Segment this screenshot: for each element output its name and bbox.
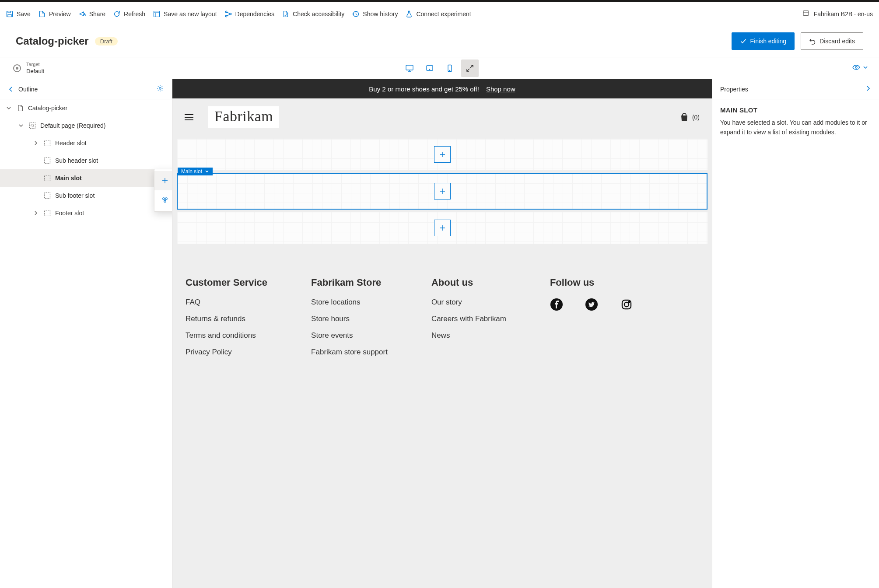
slot-add-button[interactable] [434, 220, 451, 236]
device-tablet-button[interactable] [421, 60, 438, 77]
outline-settings-button[interactable] [156, 84, 164, 94]
footer-link[interactable]: Our story [431, 298, 506, 307]
footer-link[interactable]: Store locations [311, 298, 388, 307]
slot-tag-label: Main slot [181, 168, 202, 175]
device-mobile-button[interactable] [441, 60, 459, 77]
svg-point-23 [165, 198, 167, 200]
tree-item-default-page[interactable]: Default page (Required) [0, 117, 172, 134]
footer-link[interactable]: News [431, 331, 506, 340]
bag-icon [680, 113, 689, 122]
tree-label: Sub header slot [55, 157, 98, 164]
footer-link[interactable]: Store events [311, 331, 388, 340]
plus-icon [438, 224, 446, 232]
discard-edits-button[interactable]: Discard edits [801, 32, 863, 50]
slot-icon [44, 157, 51, 164]
tree-label: Default page (Required) [40, 122, 105, 129]
chevron-right-icon [33, 140, 39, 146]
tree-item-main-slot[interactable]: Main slot ··· [0, 169, 172, 187]
visibility-chevron[interactable] [862, 64, 868, 72]
footer-link[interactable]: FAQ [186, 298, 267, 307]
svg-point-29 [629, 301, 630, 303]
tree-item-subheader-slot[interactable]: Sub header slot [0, 152, 172, 169]
accessibility-label: Check accessibility [293, 10, 344, 18]
footer-col-store: Fabrikam Store Store locations Store hou… [311, 277, 388, 364]
slot-main[interactable]: Main slot [177, 173, 707, 210]
tree-item-header-slot[interactable]: Header slot [0, 134, 172, 152]
target-selector[interactable]: Target Default [0, 62, 44, 74]
facebook-icon[interactable] [550, 298, 563, 311]
footer-link[interactable]: Careers with Fabrikam [431, 315, 506, 323]
finish-editing-button[interactable]: Finish editing [732, 32, 795, 50]
footer-heading: About us [431, 277, 506, 288]
preview-icon [39, 10, 46, 18]
target-label: Target [26, 62, 44, 67]
eye-icon [852, 63, 861, 72]
footer-col-customer-service: Customer Service FAQ Returns & refunds T… [186, 277, 267, 364]
outline-panel: Outline Catalog-picker Default page (Req… [0, 79, 172, 588]
twitter-icon[interactable] [585, 298, 598, 311]
slot-add-button[interactable] [434, 183, 451, 200]
experiment-icon [406, 10, 413, 18]
footer-link[interactable]: Returns & refunds [186, 315, 267, 323]
save-layout-button[interactable]: Save as new layout [153, 10, 217, 18]
share-button[interactable]: Share [79, 10, 105, 18]
properties-expand-button[interactable] [865, 85, 871, 93]
tree-item-root[interactable]: Catalog-picker [0, 99, 172, 117]
slot-add-button[interactable] [434, 146, 451, 163]
options-bar: Target Default [0, 57, 879, 79]
device-expand-button[interactable] [461, 60, 479, 77]
slot-icon [44, 192, 51, 199]
experiment-button[interactable]: Connect experiment [406, 10, 471, 18]
footer-link[interactable]: Privacy Policy [186, 348, 267, 357]
accessibility-button[interactable]: Check accessibility [282, 10, 344, 18]
preview-button[interactable]: Preview [39, 10, 71, 18]
properties-title: Properties [720, 86, 748, 93]
svg-rect-17 [45, 140, 50, 146]
cart-button[interactable]: (0) [680, 113, 700, 122]
site-icon [802, 10, 809, 18]
outline-back-button[interactable]: Outline [8, 86, 38, 93]
chevron-down-icon [862, 64, 868, 70]
context-add-module[interactable]: Add module [154, 171, 172, 190]
refresh-label: Refresh [124, 10, 145, 18]
outline-tree: Catalog-picker Default page (Required) H… [0, 99, 172, 588]
save-button[interactable]: Save [6, 10, 31, 18]
svg-point-10 [429, 69, 430, 69]
store-footer: Customer Service FAQ Returns & refunds T… [172, 246, 712, 382]
slot-tag[interactable]: Main slot [178, 168, 213, 175]
promo-link[interactable]: Shop now [486, 85, 515, 93]
svg-point-28 [624, 302, 629, 307]
slot-subheader[interactable] [177, 139, 707, 170]
svg-point-13 [855, 66, 857, 68]
chevron-down-icon [6, 105, 11, 111]
instagram-icon[interactable] [620, 298, 633, 311]
save-icon [6, 10, 13, 18]
dependencies-button[interactable]: Dependencies [225, 10, 275, 18]
svg-point-16 [31, 124, 34, 127]
svg-point-12 [449, 70, 450, 70]
outline-title: Outline [18, 86, 38, 93]
device-desktop-button[interactable] [401, 60, 418, 77]
footer-link[interactable]: Store hours [311, 315, 388, 323]
svg-rect-18 [45, 158, 50, 164]
svg-point-4 [225, 15, 227, 17]
footer-col-follow: Follow us [550, 277, 633, 364]
slot-subfooter[interactable] [177, 212, 707, 244]
hamburger-button[interactable] [185, 114, 193, 120]
visibility-button[interactable] [852, 63, 861, 73]
command-bar: Save Preview Share Refresh Save as new l… [0, 2, 879, 26]
refresh-button[interactable]: Refresh [113, 10, 145, 18]
history-button[interactable]: Show history [352, 10, 398, 18]
refresh-icon [113, 10, 120, 18]
tree-item-footer-slot[interactable]: Footer slot [0, 204, 172, 222]
footer-link[interactable]: Terms and conditions [186, 331, 267, 340]
discard-edits-label: Discard edits [819, 38, 855, 45]
chevron-left-icon [8, 86, 14, 92]
experiment-label: Connect experiment [416, 10, 471, 18]
tree-label: Catalog-picker [28, 105, 67, 112]
context-add-fragment[interactable]: Add fragment [154, 190, 172, 210]
tree-item-subfooter-slot[interactable]: Sub footer slot [0, 187, 172, 204]
footer-link[interactable]: Fabrikam store support [311, 348, 388, 357]
properties-panel: Properties MAIN SLOT You have selected a… [712, 79, 879, 588]
svg-point-22 [163, 198, 165, 200]
